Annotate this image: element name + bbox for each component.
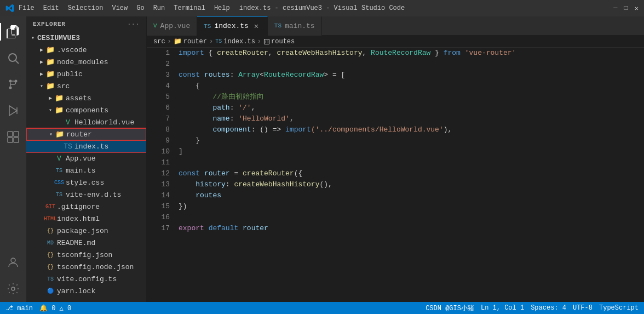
- code-line-4: {: [179, 81, 644, 92]
- punct: [179, 179, 196, 190]
- tab-index-ts[interactable]: TS index.ts ✕: [197, 16, 268, 36]
- cursor-position[interactable]: Ln 1, Col 1: [481, 304, 524, 312]
- tree-item-app-vue[interactable]: V App.vue: [26, 152, 146, 164]
- activity-search[interactable]: [0, 45, 26, 71]
- ln-15: 15: [151, 201, 170, 212]
- no-arrow: [46, 166, 55, 175]
- no-arrow: [37, 287, 46, 295]
- breadcrumb-src[interactable]: src: [153, 38, 165, 45]
- error-count[interactable]: 🔔 0 △ 0: [39, 304, 71, 312]
- tree-item-tsconfig-node[interactable]: {} tsconfig.node.json: [26, 261, 146, 273]
- menu-view[interactable]: View: [112, 4, 128, 12]
- item-label: .gitignore: [57, 203, 100, 211]
- menu-go[interactable]: Go: [136, 4, 144, 12]
- tree-item-vite-env[interactable]: TS vite-env.d.ts: [26, 189, 146, 201]
- tab-app-vue[interactable]: V App.vue: [147, 16, 197, 36]
- folder-icon: 📁: [46, 82, 55, 90]
- no-arrow: [37, 238, 46, 247]
- tree-item-node-modules[interactable]: ▶ 📁 node_modules: [26, 56, 146, 68]
- svg-point-12: [12, 287, 15, 290]
- punct: > = [: [324, 70, 345, 81]
- activity-extensions[interactable]: [0, 124, 26, 150]
- activity-settings[interactable]: [0, 276, 26, 302]
- tree-item-vite-config[interactable]: TS vite.config.ts: [26, 273, 146, 285]
- status-right: CSDN @GIS小猪 Ln 1, Col 1 Spaces: 4 UTF-8 …: [426, 304, 639, 313]
- tab-close-button[interactable]: ✕: [252, 22, 261, 31]
- punct: ,: [290, 113, 294, 124]
- item-label: tsconfig.json: [57, 251, 112, 259]
- git-branch[interactable]: ⎇ main: [5, 304, 33, 312]
- code-line-2: [179, 59, 644, 70]
- tree-item-index-ts[interactable]: TS index.ts: [26, 140, 146, 152]
- ts-icon: TS: [274, 22, 281, 29]
- code-editor[interactable]: import { createRouter , createWebHashHis…: [174, 48, 644, 302]
- activity-explorer[interactable]: [0, 19, 26, 45]
- tree-item-src[interactable]: ▾ 📁 src: [26, 80, 146, 92]
- var: router: [243, 223, 268, 234]
- ts-file-icon: TS: [64, 142, 72, 151]
- svg-point-0: [9, 54, 16, 61]
- csdn-credit: CSDN @GIS小猪: [426, 304, 474, 313]
- tree-item-main-ts[interactable]: TS main.ts: [26, 164, 146, 176]
- folder-icon: 📁: [46, 45, 55, 54]
- tree-item-vscode[interactable]: ▶ 📁 .vscode: [26, 44, 146, 56]
- prop: routes: [196, 190, 221, 201]
- type: RouteRecordRaw: [264, 70, 324, 81]
- punct: ]: [179, 146, 183, 157]
- str: 'HelloWorld': [238, 113, 290, 124]
- json-file-icon: {}: [46, 262, 55, 271]
- code-line-1: import { createRouter , createWebHashHis…: [179, 48, 644, 59]
- tree-item-style-css[interactable]: CSS style.css: [26, 176, 146, 189]
- tab-main-ts[interactable]: TS main.ts: [268, 16, 322, 36]
- activity-source-control[interactable]: [0, 71, 26, 98]
- menu-terminal[interactable]: Terminal: [174, 4, 205, 12]
- css-file-icon: CSS: [55, 178, 64, 187]
- tree-item-helloworld[interactable]: V HelloWorld.vue: [26, 116, 146, 128]
- item-label: index.ts: [74, 142, 108, 151]
- tree-item-package-json[interactable]: {} package.json: [26, 225, 146, 237]
- vue-file-icon: V: [64, 118, 72, 127]
- tree-item-gitignore[interactable]: GIT .gitignore: [26, 201, 146, 213]
- encoding[interactable]: UTF-8: [573, 304, 593, 312]
- kw: import: [285, 124, 311, 135]
- tree-item-index-html[interactable]: HTML index.html: [26, 213, 146, 225]
- vue-file-icon: V: [55, 154, 64, 163]
- breadcrumb-router[interactable]: 📁 router: [174, 37, 207, 45]
- punct: [238, 223, 243, 234]
- sep: ›: [209, 38, 213, 45]
- tree-root[interactable]: ▾ CESIUMVUE3: [26, 32, 146, 44]
- status-bar: ⎇ main 🔔 0 △ 0 CSDN @GIS小猪 Ln 1, Col 1 S…: [0, 302, 644, 314]
- activity-run[interactable]: [0, 98, 26, 124]
- item-label: public: [57, 70, 83, 78]
- tree-item-assets[interactable]: ▶ 📁 assets: [26, 92, 146, 104]
- item-label: HelloWorld.vue: [74, 118, 134, 127]
- punct: }: [179, 135, 200, 146]
- public-arrow-icon: ▶: [37, 70, 46, 78]
- language-mode[interactable]: TypeScript: [599, 304, 639, 312]
- item-label: router: [66, 130, 92, 139]
- tree-item-tsconfig[interactable]: {} tsconfig.json: [26, 249, 146, 261]
- tree-item-readme[interactable]: MD README.md: [26, 237, 146, 249]
- menu-selection[interactable]: Selection: [68, 4, 104, 12]
- breadcrumb-routes[interactable]: [] routes: [263, 38, 295, 45]
- menu-bar[interactable]: File Edit Selection View Go Run Terminal…: [19, 4, 230, 12]
- activity-accounts[interactable]: [0, 249, 26, 276]
- punct: :: [230, 113, 239, 124]
- menu-file[interactable]: File: [19, 4, 34, 12]
- sep: ›: [168, 38, 171, 45]
- menu-edit[interactable]: Edit: [43, 4, 59, 12]
- menu-help[interactable]: Help: [214, 4, 230, 12]
- editor[interactable]: 1 2 3 4 5 6 7 8 9 10 11 12 13 14 15 16 1…: [147, 48, 644, 302]
- more-actions-icon[interactable]: ···: [128, 21, 140, 27]
- git-file-icon: GIT: [46, 202, 55, 211]
- tree-item-public[interactable]: ▶ 📁 public: [26, 68, 146, 80]
- indent[interactable]: Spaces: 4: [531, 304, 566, 312]
- svg-point-3: [9, 87, 12, 89]
- tree-item-yarn[interactable]: 🔵 yarn.lock: [26, 285, 146, 297]
- prop: path: [212, 102, 229, 113]
- menu-run[interactable]: Run: [153, 4, 165, 12]
- breadcrumb-index[interactable]: TS index.ts: [215, 38, 255, 45]
- punct: ,: [362, 48, 371, 59]
- tree-item-components[interactable]: ▾ 📁 components: [26, 104, 146, 116]
- tree-item-router[interactable]: ▾ 📁 router: [26, 128, 146, 140]
